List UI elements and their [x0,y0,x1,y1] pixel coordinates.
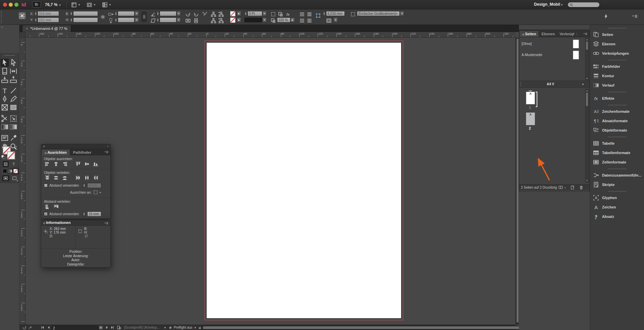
zoom-level-dropdown[interactable]: 76,7 % ▼ [45,2,61,7]
spacing2-field[interactable]: 15 mm [87,211,101,217]
page-number-dropdown[interactable]: ▼ [99,326,103,330]
preflight-status-label[interactable]: Preflight aus [174,326,193,329]
width-field[interactable] [73,11,98,16]
page-info-icon[interactable] [117,325,121,330]
scale-x-stepper[interactable]: ▲▼ [114,11,117,16]
dock-item-tabelle[interactable]: Tabelle [590,139,644,148]
page-thumbnail-1[interactable]: A [526,92,535,104]
screen-mode-dropdown[interactable]: ▼ [87,2,96,8]
flip-vertical-button[interactable] [193,18,199,23]
corner-options-icon[interactable] [270,11,276,17]
select-container-icon[interactable] [211,11,216,17]
dist-bottom-icon[interactable] [61,175,68,180]
stroke-weight-field[interactable]: 0 Pt [248,11,262,16]
master-row[interactable]: [Ohne] [519,39,582,50]
align-left-icon[interactable] [44,161,51,167]
swap-fill-stroke-icon[interactable] [14,146,18,150]
wrap-none-button[interactable] [299,11,305,17]
scrollbar-thumb[interactable] [586,42,588,50]
formatting-affects-text-button[interactable]: T [11,161,17,167]
page-thumbnail-2[interactable]: A [526,112,535,125]
dock-group-handle[interactable] [608,28,626,29]
object-style-field[interactable]: [Einfacher Grafikrahmen]+ [357,11,400,16]
width-stepper[interactable]: ▲▼ [70,11,73,16]
document-tab[interactable]: × *Unbenannt-4 @ 77 % [22,25,71,32]
panel-menu-icon[interactable] [104,150,109,154]
flip-horizontal-button[interactable] [185,18,191,23]
dist-left-icon[interactable] [75,175,82,180]
align-bottom-icon[interactable] [92,161,99,167]
select-content-icon[interactable] [218,11,224,17]
dock-item-farbfelder[interactable]: Farbfelder [590,62,644,71]
shear-stepper[interactable]: ▲▼ [156,17,159,22]
rotate-ccw-button[interactable] [193,11,199,17]
reference-point-proxy[interactable] [19,12,25,19]
line-tool[interactable] [9,87,17,95]
vertical-scrollbar[interactable] [516,38,519,325]
dock-item-verkn-pfungen[interactable]: Verknüpfungen [590,49,644,58]
effects-fx-icon[interactable]: fx [285,11,291,17]
rotation-stepper[interactable]: ▲▼ [156,11,159,16]
horizontal-ruler[interactable]: 1801601401201008060402002040608010012014… [25,32,516,38]
content-collector-tool[interactable] [1,76,9,84]
dock-item-absatz[interactable]: ¶ Absatz [590,212,644,221]
close-tab-icon[interactable]: × [26,27,28,31]
edit-spread-icon[interactable] [558,185,564,190]
last-page-button[interactable] [110,325,115,330]
quick-apply-icon[interactable] [603,13,609,19]
stroke-weight-dropdown[interactable]: ▼ [262,11,267,16]
dock-group-handle[interactable] [608,191,626,192]
scissors-tool[interactable] [1,114,9,123]
masters-scrollbar[interactable]: ▲ ▼ [585,38,589,80]
pages-scrollbar[interactable]: ▲ ▼ [585,89,589,182]
object-style-dropdown[interactable]: ▼ [400,11,404,16]
page-size-selector[interactable]: A4 V [547,82,554,86]
arrange-documents-dropdown[interactable]: ▼ [102,2,111,8]
opacity-dropdown[interactable]: ▶ [290,17,295,22]
chevron-down-icon[interactable]: ▼ [164,326,166,329]
dock-item-seiten[interactable]: Seiten [590,30,644,39]
apply-none-button[interactable] [13,169,18,174]
share-icon[interactable] [28,325,33,330]
live-preflight-icon[interactable] [22,325,27,330]
stroke-swatch-none[interactable] [7,151,15,159]
control-panel-menu-icon[interactable] [632,13,638,19]
stroke-color-dropdown[interactable]: ▶ [237,11,241,16]
drag-handle[interactable] [521,82,522,87]
shear-dropdown[interactable]: ▼ [176,17,181,22]
y-position-field[interactable]: 152 mm [38,17,59,22]
workspace-switcher[interactable]: Design_Mobil ▾ [534,2,562,7]
fitting-dropdown[interactable]: ▼ [333,17,338,22]
frame-tool[interactable] [1,103,9,111]
tab-ausrichten[interactable]: ◇ Ausrichten [41,149,70,155]
height-field[interactable] [73,17,98,22]
formatting-affects-container-button[interactable] [3,161,9,167]
page-tool[interactable] [1,67,9,75]
next-page-button[interactable] [105,325,109,330]
scroll-up-icon[interactable]: ▲ [586,90,588,92]
dock-item-objektformate[interactable]: Objektformate [590,126,644,135]
direct-selection-tool[interactable] [9,59,17,67]
use-spacing2-checkbox[interactable]: ✓ [44,212,48,216]
horizontal-scrollbar[interactable] [202,326,531,330]
scale-x-dropdown[interactable]: ▼ [135,11,139,16]
opacity-field[interactable]: 100 % [277,17,290,22]
stroke-weight-stepper[interactable]: ▲▼ [244,11,247,16]
scale-y-dropdown[interactable]: ▼ [135,17,139,22]
chevron-down-icon[interactable]: ▼ [194,326,197,329]
stroke-style-dropdown[interactable] [244,17,262,22]
scale-x-field[interactable] [118,11,135,16]
previous-page-button[interactable] [46,325,51,330]
writing-direction-icon[interactable]: P [202,11,208,17]
close-panel-icon[interactable]: × [43,145,45,148]
collapse-panel-icon[interactable]: « [107,145,109,148]
x-position-field[interactable]: 314 mm [38,11,59,16]
first-page-button[interactable] [40,325,45,330]
screen-mode-preview-button[interactable]: ◢ [11,175,18,181]
dock-group-handle[interactable] [608,105,626,105]
dock-group-handle[interactable] [608,169,626,169]
align-top-icon[interactable] [75,161,82,167]
spacing-field[interactable]: 0 mm [87,183,101,188]
frame-fitting-icon[interactable] [315,13,321,18]
align-vcenter-icon[interactable] [84,161,90,167]
